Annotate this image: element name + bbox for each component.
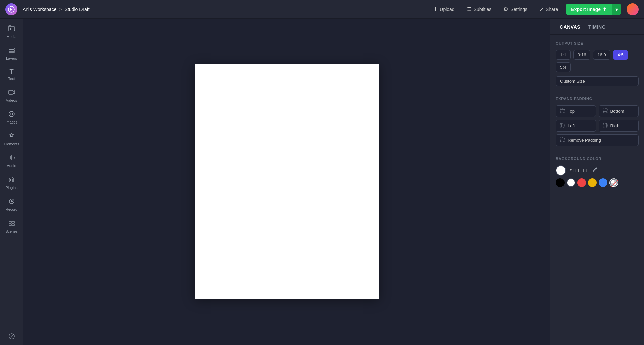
size-options: 1:1 9:16 16:9 4:5 5:4: [556, 50, 639, 72]
custom-size-button[interactable]: Custom Size: [556, 76, 639, 86]
subtitles-button[interactable]: ☰ Subtitles: [462, 3, 496, 15]
sidebar-item-text[interactable]: T Text: [2, 65, 22, 84]
app-logo: [5, 3, 17, 15]
svg-rect-4: [9, 50, 14, 51]
sidebar-item-record[interactable]: Record: [2, 194, 22, 215]
breadcrumb-separator: >: [59, 7, 62, 12]
size-16-9[interactable]: 16:9: [593, 50, 610, 60]
upload-button[interactable]: ⬆ Upload: [429, 3, 459, 15]
canvas-frame: [195, 64, 379, 299]
sidebar-label-scenes: Scenes: [5, 229, 18, 233]
padding-top-icon: [560, 108, 565, 114]
output-size-section: OUTPUT SIZE 1:1 9:16 16:9 4:5 5:4 Custom…: [550, 35, 644, 90]
size-1-1[interactable]: 1:1: [556, 50, 571, 60]
share-button[interactable]: ↗ Share: [535, 3, 563, 15]
bg-color-preview[interactable]: [556, 165, 566, 176]
expand-padding-title: EXPAND PADDING: [556, 97, 639, 101]
swatch-blue[interactable]: [599, 178, 607, 187]
padding-left-button[interactable]: Left: [556, 120, 596, 132]
sidebar-item-scenes[interactable]: Scenes: [2, 216, 22, 237]
workspace-name[interactable]: Ari's Workspace: [23, 7, 56, 12]
sidebar-label-videos: Videos: [6, 98, 17, 102]
sidebar-item-media[interactable]: Media: [2, 21, 22, 42]
padding-grid: Top Bottom: [556, 105, 639, 132]
svg-rect-29: [560, 138, 565, 142]
remove-padding-button[interactable]: Remove Padding: [556, 134, 639, 146]
sidebar-label-text: Text: [8, 77, 15, 81]
svg-line-30: [611, 180, 618, 187]
swatch-white[interactable]: [567, 178, 575, 187]
sidebar-label-layers: Layers: [6, 56, 17, 60]
svg-rect-25: [560, 123, 565, 127]
upload-icon: ⬆: [433, 6, 438, 12]
padding-bottom-button[interactable]: Bottom: [599, 105, 639, 117]
sidebar-label-elements: Elements: [4, 142, 19, 146]
sidebar-label-plugins: Plugins: [5, 186, 17, 190]
scenes-icon: [8, 219, 15, 228]
padding-bottom-icon: [603, 108, 608, 114]
padding-right-icon: [603, 123, 608, 129]
sidebar-item-images[interactable]: Images: [2, 107, 22, 128]
background-color-title: BACKGROUND COLOR: [556, 157, 639, 161]
share-icon: ↗: [539, 6, 544, 12]
settings-icon: ⚙: [503, 6, 508, 12]
svg-point-14: [11, 200, 13, 202]
elements-icon: [8, 132, 15, 141]
eyedropper-button[interactable]: [591, 166, 599, 175]
padding-top-button[interactable]: Top: [556, 105, 596, 117]
svg-point-8: [11, 113, 13, 115]
padding-right-button[interactable]: Right: [599, 120, 639, 132]
size-5-4[interactable]: 5:4: [556, 62, 571, 72]
swatch-red[interactable]: [577, 178, 586, 187]
audio-icon: [8, 154, 15, 162]
panel-tabs: CANVAS TIMING: [550, 19, 644, 35]
media-icon: [8, 25, 15, 33]
record-icon: [8, 198, 15, 206]
svg-rect-2: [9, 26, 11, 27]
color-swatches: [556, 178, 639, 187]
user-avatar[interactable]: [627, 3, 639, 15]
tab-canvas[interactable]: CANVAS: [556, 19, 584, 34]
export-image-button[interactable]: Export Image ⬆: [566, 4, 612, 15]
topbar-actions: ⬆ Upload ☰ Subtitles ⚙ Settings ↗ Share …: [429, 3, 639, 15]
draft-name: Studio Draft: [65, 7, 90, 12]
sidebar-label-images: Images: [5, 120, 17, 124]
export-dropdown-button[interactable]: ▾: [612, 4, 621, 15]
sidebar-item-layers[interactable]: Layers: [2, 43, 22, 64]
text-icon: T: [9, 68, 13, 75]
svg-rect-6: [9, 90, 13, 94]
settings-button[interactable]: ⚙ Settings: [499, 3, 532, 15]
output-size-title: OUTPUT SIZE: [556, 41, 639, 45]
help-button[interactable]: [2, 330, 22, 342]
svg-rect-18: [12, 224, 14, 226]
tab-timing[interactable]: TIMING: [584, 19, 610, 34]
right-panel: CANVAS TIMING OUTPUT SIZE 1:1 9:16 16:9 …: [550, 19, 644, 345]
size-9-16[interactable]: 9:16: [573, 50, 590, 60]
sidebar-item-videos[interactable]: Videos: [2, 85, 22, 106]
remove-padding-icon: [560, 137, 565, 143]
swatch-yellow[interactable]: [588, 178, 597, 187]
canvas-area: [23, 19, 550, 345]
sidebar-item-elements[interactable]: Elements: [2, 129, 22, 149]
topbar: Ari's Workspace > Studio Draft ⬆ Upload …: [0, 0, 644, 19]
swatch-transparent[interactable]: [609, 178, 618, 187]
svg-rect-27: [603, 123, 607, 127]
sidebar-item-plugins[interactable]: Plugins: [2, 172, 22, 193]
svg-rect-15: [9, 221, 11, 223]
bg-color-row: #ffffff: [556, 165, 639, 176]
background-color-section: BACKGROUND COLOR #ffffff: [550, 150, 644, 191]
sidebar-label-media: Media: [7, 35, 17, 39]
svg-rect-16: [12, 221, 14, 223]
export-group: Export Image ⬆ ▾: [566, 4, 621, 15]
sidebar-label-audio: Audio: [7, 164, 16, 168]
svg-rect-23: [603, 109, 607, 113]
export-upload-icon: ⬆: [603, 7, 607, 12]
images-icon: [8, 110, 15, 119]
subtitles-icon: ☰: [467, 6, 472, 12]
expand-padding-section: EXPAND PADDING Top: [550, 90, 644, 150]
swatch-black[interactable]: [556, 178, 565, 187]
breadcrumb: Ari's Workspace > Studio Draft: [23, 7, 90, 12]
svg-rect-17: [9, 224, 11, 226]
sidebar-item-audio[interactable]: Audio: [2, 151, 22, 171]
size-4-5[interactable]: 4:5: [613, 50, 628, 60]
